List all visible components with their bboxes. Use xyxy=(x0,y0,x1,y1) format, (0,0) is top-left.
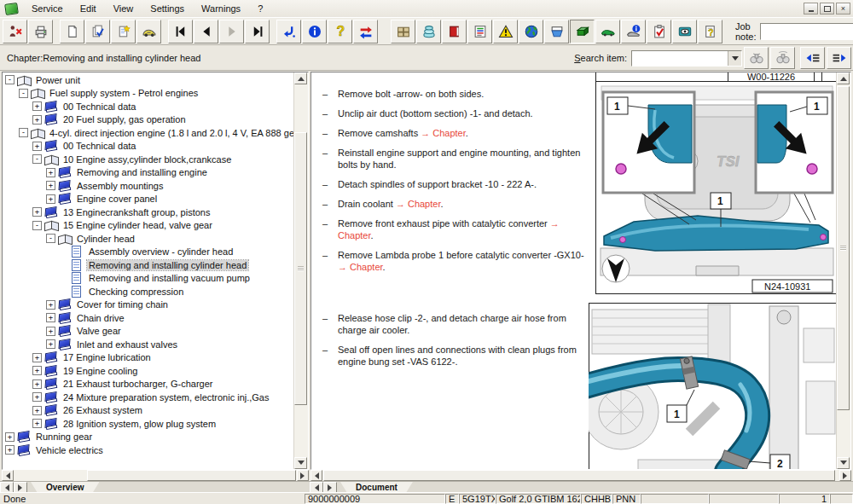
tree-expander[interactable]: + xyxy=(46,339,55,349)
tree-expander[interactable]: + xyxy=(32,101,42,111)
tree-item[interactable]: + Valve gear xyxy=(3,325,294,339)
document-check-button[interactable] xyxy=(85,20,110,43)
tree-hscroll-thumb[interactable] xyxy=(87,470,296,481)
index-list-button[interactable] xyxy=(467,20,492,43)
next-hit-button[interactable] xyxy=(827,47,851,69)
search-input[interactable] xyxy=(632,51,728,66)
document-vertical-scrollbar[interactable] xyxy=(836,72,850,469)
tree-expander[interactable]: + xyxy=(5,445,15,455)
tree-item[interactable]: + 00 Technical data xyxy=(3,100,294,113)
tree-expander[interactable]: + xyxy=(32,406,42,415)
vehicle-data-button[interactable] xyxy=(136,20,161,43)
tree-expander[interactable]: + xyxy=(46,168,55,177)
tree-expander[interactable]: - xyxy=(32,221,42,230)
component-button[interactable] xyxy=(570,20,595,43)
manual-button[interactable] xyxy=(442,20,467,43)
help-button[interactable]: ? xyxy=(328,20,352,43)
search-dropdown-button[interactable] xyxy=(728,51,741,66)
doc-scroll-down-button[interactable] xyxy=(837,457,850,469)
tree-scroll-thumb[interactable] xyxy=(294,132,307,405)
document-question-button[interactable]: ? xyxy=(698,20,722,43)
tree-expander[interactable]: + xyxy=(32,353,42,362)
tree-item[interactable]: + Inlet and exhaust valves xyxy=(3,338,294,351)
tree-expander[interactable]: - xyxy=(32,154,42,164)
compare-button[interactable] xyxy=(353,20,378,43)
previous-hit-button[interactable] xyxy=(800,47,825,69)
next-page-button[interactable] xyxy=(219,20,244,43)
doc-scroll-up-button[interactable] xyxy=(837,72,850,84)
menu-item[interactable]: Warnings xyxy=(193,0,249,17)
tree-item[interactable]: Checking compression xyxy=(3,285,294,298)
tree-item[interactable]: + 26 Exhaust system xyxy=(3,404,294,418)
restore-button[interactable] xyxy=(820,3,834,14)
tree-item[interactable]: Removing and installing cylinder head xyxy=(3,258,294,272)
tree-item[interactable]: + 13 Enginecrankshaft group, pistons xyxy=(3,206,294,219)
find-again-button[interactable] xyxy=(770,47,795,69)
tree-item[interactable]: - Power unit xyxy=(3,73,294,87)
green-car-button[interactable] xyxy=(595,20,620,43)
print-button[interactable] xyxy=(28,20,53,43)
menu-item[interactable]: Settings xyxy=(142,0,193,17)
tree-expander[interactable]: + xyxy=(46,300,55,310)
tree-expander[interactable]: + xyxy=(32,392,42,402)
tree-item[interactable]: + Engine cover panel xyxy=(3,193,294,206)
tree-item[interactable]: - Fuel supply system - Petrol engines xyxy=(3,87,294,101)
tree-expander[interactable]: + xyxy=(46,327,55,336)
scroll-up-button[interactable] xyxy=(294,72,307,84)
tree-item[interactable]: + 20 Fuel supply, gas operation xyxy=(3,113,294,127)
tree-expander[interactable]: + xyxy=(32,379,42,389)
doc-scroll-left-button[interactable] xyxy=(310,470,322,481)
tree-expander[interactable]: + xyxy=(32,366,42,375)
tree-expander[interactable]: - xyxy=(19,128,28,137)
doc-scroll-thumb[interactable] xyxy=(837,86,850,410)
tree-expander[interactable]: - xyxy=(46,234,55,243)
tree-expander[interactable]: + xyxy=(5,432,15,442)
menu-item[interactable]: View xyxy=(105,0,142,17)
tree-expander[interactable]: + xyxy=(32,207,42,217)
search-combobox[interactable] xyxy=(631,50,742,67)
document-horizontal-scrollbar[interactable] xyxy=(310,470,851,481)
tree-item[interactable]: + Vehicle electrics xyxy=(3,443,294,457)
tree-expander[interactable]: + xyxy=(46,181,55,190)
tree-item[interactable]: - Cylinder head xyxy=(3,232,294,246)
scroll-left-button[interactable] xyxy=(2,470,14,481)
tree-expander[interactable]: - xyxy=(5,75,15,84)
chapter-link[interactable]: → Chapter xyxy=(338,262,383,272)
tree-item[interactable]: + Chain drive xyxy=(3,311,294,325)
tree-item[interactable]: + 19 Engine cooling xyxy=(3,364,294,378)
tree-horizontal-scrollbar[interactable] xyxy=(2,470,309,481)
tree-item[interactable]: + 17 Engine lubrication xyxy=(3,351,294,365)
minimize-button[interactable] xyxy=(804,3,818,14)
checklist-button[interactable] xyxy=(647,20,671,43)
tree-item[interactable]: + Cover for timing chain xyxy=(3,298,294,312)
parts-catalogue-button[interactable] xyxy=(391,20,415,43)
doc-hscroll-thumb[interactable] xyxy=(323,470,835,481)
tree-item[interactable]: + 28 Ignition system, glow plug system xyxy=(3,417,294,431)
tree-item[interactable]: + Running gear xyxy=(3,431,294,444)
chapter-link[interactable]: → Chapter xyxy=(421,128,466,138)
tree-item[interactable]: - 4-cyl. direct injection engine (1.8 l … xyxy=(3,126,294,140)
tree-expander[interactable]: - xyxy=(19,89,28,98)
tree-vertical-scrollbar[interactable] xyxy=(293,72,308,469)
tree-item[interactable]: + 24 Mixture preparation system, electro… xyxy=(3,391,294,404)
exit-button[interactable] xyxy=(3,20,27,43)
tree-expander[interactable]: + xyxy=(46,313,55,322)
tree-item[interactable]: + Assembly mountings xyxy=(3,179,294,193)
tree-item[interactable]: Assembly overview - cylinder head xyxy=(3,246,294,259)
car-info-button[interactable] xyxy=(621,20,646,43)
scroll-right-button[interactable] xyxy=(297,470,309,481)
tree-item[interactable]: - 15 Engine cylinder head, valve gear xyxy=(3,219,294,233)
tree-expander[interactable]: + xyxy=(46,194,55,204)
card-eye-button[interactable] xyxy=(672,20,697,43)
tree-item[interactable]: - 10 Engine assy,cylinder block,crankcas… xyxy=(3,153,294,166)
find-button[interactable] xyxy=(744,47,769,69)
tree-item[interactable]: + 21 Exhaust turbocharger, G-charger xyxy=(3,378,294,391)
document-star-button[interactable] xyxy=(111,20,136,43)
close-button[interactable]: × xyxy=(836,3,850,14)
new-document-button[interactable] xyxy=(60,20,84,43)
tree-item[interactable]: + Removing and installing engine xyxy=(3,166,294,180)
doc-scroll-right-button[interactable] xyxy=(839,470,851,481)
stack-button[interactable] xyxy=(416,20,441,43)
scroll-down-button[interactable] xyxy=(294,457,307,469)
menu-item[interactable]: Service xyxy=(23,0,72,17)
